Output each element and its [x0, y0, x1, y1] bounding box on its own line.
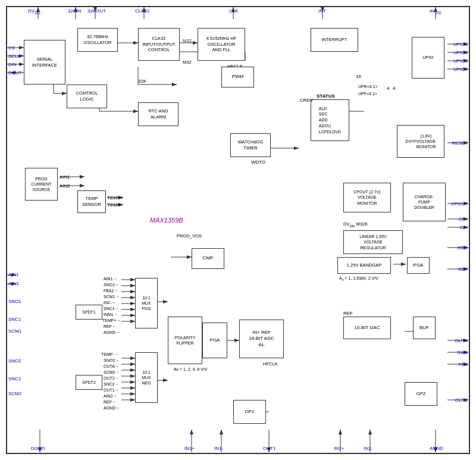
ref-dac-label: REF — [343, 311, 353, 317]
interrupt-block: INTERRUPT — [311, 28, 358, 52]
in2minus-label: IN2- — [364, 446, 372, 452]
svg-marker-70 — [193, 41, 198, 45]
status-block: ALDSDCADDADOU LCPDLDVD — [311, 99, 349, 141]
dout-label: DOUT — [8, 70, 22, 76]
swa-label: SWA — [457, 350, 468, 356]
svg-marker-87 — [80, 184, 84, 187]
pga-av-label: Av = 1, 2, 4, 8 V/V — [174, 367, 208, 372]
svg-marker-23 — [339, 430, 342, 434]
svg-marker-107 — [130, 308, 135, 311]
in1plus-label: IN1+ — [184, 446, 195, 452]
sno2-ext-label: SNO2 — [8, 358, 21, 364]
status-title-label: STATUS — [317, 93, 335, 99]
svg-marker-137 — [187, 255, 192, 259]
cpout-label: CPOUT — [451, 201, 468, 207]
svg-marker-73 — [172, 83, 177, 86]
svg-marker-135 — [234, 339, 239, 342]
svg-marker-131 — [163, 378, 168, 382]
ref2-mux-label: REF→ — [104, 400, 116, 405]
svg-marker-78 — [133, 109, 138, 113]
in2plus-label: IN2+ — [334, 446, 344, 452]
snc2-ext-label: SNC2 — [8, 376, 21, 382]
watchdog-block: WATCHdOGTIMER — [230, 133, 271, 157]
tempminus-mux-label: TEMP-→ — [101, 352, 118, 357]
svg-marker-99 — [130, 284, 135, 287]
m32-top-label: M32 — [183, 38, 192, 44]
32k-label: 32K — [138, 79, 146, 85]
in1minus-label: IN1- — [214, 446, 223, 452]
svg-marker-101 — [130, 290, 135, 293]
upr-label: UPR<4:1> — [358, 85, 378, 89]
svg-marker-125 — [130, 392, 135, 396]
out1-bottom-label: OUT1 — [263, 446, 275, 452]
pwm-block: PWM — [221, 67, 254, 87]
dvdd-m32k-label: DVDD M32K — [343, 221, 368, 228]
snc1-mux-label: SNC1→ — [104, 306, 119, 311]
svg-marker-103 — [130, 296, 135, 299]
temp-sensor-block: TEMPSENSOR — [77, 190, 106, 213]
ain1-ext-label: AIN1 — [8, 272, 19, 278]
chip-name-label: MAX1359B — [150, 217, 183, 224]
clk32-control-block: CLK32INPUT/OUTPUTCONTROL — [138, 28, 180, 61]
cpout-monitor-block: CPOUT (2.7V)VOLTAGEMONITOR — [343, 183, 391, 212]
ain1-mux-label: AIN1→ — [104, 277, 117, 281]
four-label-1: 4 — [387, 86, 389, 92]
m32k-label: M32 — [183, 60, 192, 65]
buf-block: BUF — [413, 317, 436, 339]
mux-neg-block: 10:1MUXNEG — [135, 352, 158, 403]
sno1-mux-label: SNO1→ — [104, 283, 119, 287]
ain2-ext-label: AIN2 — [8, 281, 19, 287]
rtc-alarm-block: RTC ANDALARM — [138, 102, 178, 126]
32kout-label: 32KOUT — [87, 8, 106, 14]
adc-block: IN+ REF16-BIT ADCIN- — [239, 320, 284, 358]
svg-marker-109 — [130, 314, 135, 317]
out1-mux-label: OUT1→ — [104, 388, 119, 393]
cmp-block: CMP — [192, 248, 224, 269]
diagram-container: DVDD 32KIN 32KOUT CLK32 CLK INT AVDD DGN… — [0, 0, 476, 460]
control-logic-block: CONTROLLOGIC — [67, 85, 107, 108]
svg-marker-129 — [163, 300, 168, 303]
out2-right-label: OUT2 — [455, 398, 468, 403]
svg-marker-85 — [80, 175, 84, 179]
dgnd-bottom-label: DGND — [31, 446, 45, 452]
cs-label: CS — [8, 45, 15, 51]
svg-marker-29 — [19, 46, 24, 49]
svg-marker-121 — [130, 380, 135, 384]
svg-marker-113 — [130, 356, 135, 360]
ref-right-label: REF — [458, 267, 468, 273]
crdy-label: CRDY — [300, 98, 314, 104]
scm2-mux-label: SCM2→ — [104, 370, 119, 375]
svg-marker-97 — [130, 278, 135, 281]
bandgap-block: 1.25V BANDGAP — [337, 257, 391, 274]
outa-right-label: OUTA — [455, 338, 468, 344]
svg-marker-119 — [130, 374, 135, 378]
out2-mux-label: OUT2→ — [104, 376, 119, 381]
hfclk-adc-label: HFCLK — [263, 361, 278, 367]
sno1-ext-label: SNO1 — [8, 299, 21, 305]
clk32-label: CLK32 — [135, 8, 149, 14]
snc1-ext-label: SNC1 — [8, 317, 21, 323]
op1-block: OP1 — [233, 400, 266, 424]
svg-marker-117 — [130, 368, 135, 372]
svg-marker-123 — [130, 386, 135, 390]
ref-mux-label: REF→ — [104, 324, 116, 329]
inm1-mux-label: INM1→ — [104, 312, 118, 317]
svg-marker-68 — [133, 41, 138, 45]
int-label: INT — [318, 8, 326, 14]
prog-vos-label: PROG_VOS — [177, 233, 202, 239]
spdt1-block: SPDT1 — [76, 305, 102, 320]
scm2-ext-label: SCM2 — [8, 391, 21, 397]
upio2-label: UPIO2 — [453, 50, 468, 56]
clk-label: CLK — [229, 8, 239, 14]
ain2-prog-label: AIN2 — [60, 183, 70, 189]
hf-oscillator-block: 4.9152MHz HFOSCILLATORAND FLL — [198, 28, 245, 61]
fba-label: FBA — [458, 362, 468, 368]
agnd-mux-label: AGND→ — [104, 330, 120, 335]
din-label: DIN — [8, 62, 17, 68]
outa-mux-label: OUTA→ — [104, 364, 119, 369]
svg-marker-17 — [190, 430, 193, 434]
dvdd-monitor-block: DVDD (1.8V)VOLTAGEMONITOR — [397, 125, 444, 158]
svg-marker-143 — [401, 262, 406, 266]
dvdd-top-label: DVDD — [28, 8, 40, 15]
upio-block: UPIO — [412, 37, 444, 79]
